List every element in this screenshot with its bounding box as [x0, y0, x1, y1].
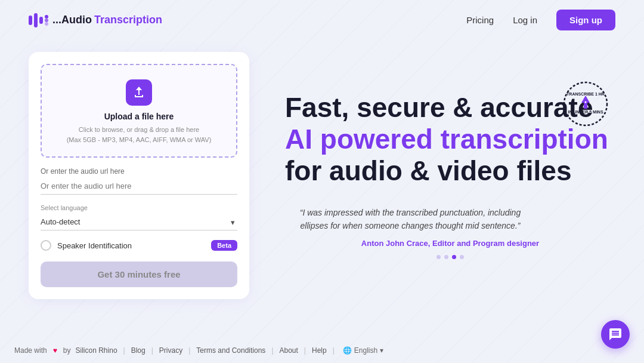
upload-card: Upload a file here Click to browse, or d…: [29, 52, 249, 299]
svg-point-4: [45, 19, 48, 22]
upload-dropzone[interactable]: Upload a file here Click to browse, or d…: [41, 64, 237, 158]
about-link[interactable]: About: [280, 346, 298, 355]
language-select-wrap: Auto-detect English Spanish French Germa…: [41, 214, 237, 230]
language-select[interactable]: Auto-detect English Spanish French Germa…: [41, 214, 237, 230]
svg-point-3: [45, 15, 48, 19]
svg-text:IN UNDER 5 MINS: IN UNDER 5 MINS: [568, 110, 603, 114]
svg-rect-1: [34, 13, 38, 27]
heart-icon: ♥: [53, 346, 57, 355]
logo[interactable]: ...AudioTranscription: [29, 12, 162, 29]
select-label: Select language: [41, 204, 237, 211]
pricing-link[interactable]: Pricing: [466, 15, 494, 25]
svg-text:TRANSCRIBE 1 HR: TRANSCRIBE 1 HR: [566, 92, 605, 96]
chat-icon: [608, 327, 623, 342]
url-input[interactable]: [41, 178, 237, 195]
upload-icon-wrap: [126, 79, 152, 106]
nav: Pricing Log in Sign up: [466, 10, 615, 30]
upload-title: Upload a file here: [54, 112, 224, 121]
testimonial-author: Anton John Crace, Editor and Program des…: [285, 239, 615, 248]
testimonial: “I was impressed with the transcribed pu…: [285, 206, 615, 259]
dot-2[interactable]: [444, 255, 448, 259]
privacy-link[interactable]: Privacy: [159, 346, 182, 355]
company-link[interactable]: Silicon Rhino: [76, 346, 117, 355]
hero-section: TRANSCRIBE 1 HR IN UNDER 5 MINS Fast, se…: [285, 92, 615, 259]
by-text: by: [63, 346, 71, 355]
footer: Made with ♥ by Silicon Rhino | Blog | Pr…: [0, 338, 644, 363]
svg-point-8: [585, 101, 587, 103]
signup-button[interactable]: Sign up: [556, 10, 615, 30]
language-label: English: [354, 346, 377, 355]
badge-circle: TRANSCRIBE 1 HR IN UNDER 5 MINS: [562, 80, 609, 128]
lang-chevron-icon: ▾: [380, 346, 383, 355]
testimonial-dots: [285, 255, 615, 259]
url-label: Or enter the audio url here: [41, 167, 237, 176]
globe-icon: 🌐: [343, 346, 352, 355]
chat-button[interactable]: [601, 320, 630, 349]
header: ...AudioTranscription Pricing Log in Sig…: [0, 0, 644, 40]
speaker-label: Speaker Identification: [57, 241, 205, 250]
language-selector[interactable]: 🌐 English ▾: [343, 346, 383, 355]
blog-link[interactable]: Blog: [131, 346, 145, 355]
speaker-row: Speaker Identification Beta: [41, 240, 237, 251]
svg-rect-0: [29, 16, 32, 25]
dot-4[interactable]: [460, 255, 464, 259]
logo-text-transcription: Transcription: [94, 14, 162, 26]
login-link[interactable]: Log in: [513, 15, 537, 25]
logo-text-audio: ...Audio: [52, 14, 92, 26]
hero-line3: for audio & video files: [285, 155, 615, 187]
upload-icon: [132, 85, 146, 100]
help-link[interactable]: Help: [312, 346, 327, 355]
terms-link[interactable]: Terms and Conditions: [196, 346, 265, 355]
cta-button[interactable]: Get 30 minutes free: [41, 262, 237, 287]
speaker-radio[interactable]: [41, 240, 51, 251]
svg-rect-2: [39, 17, 43, 24]
dot-1[interactable]: [436, 255, 441, 259]
testimonial-quote: “I was impressed with the transcribed pu…: [285, 206, 535, 233]
logo-icon: [29, 12, 50, 29]
upload-subtitle: Click to browse, or drag & drop a file h…: [54, 125, 224, 144]
main-content: Upload a file here Click to browse, or d…: [0, 40, 644, 299]
beta-badge: Beta: [211, 240, 237, 251]
svg-point-5: [45, 22, 48, 26]
made-with-text: Made with: [14, 346, 47, 355]
hero-line2: AI powered transcription: [285, 124, 615, 155]
dot-3[interactable]: [452, 255, 456, 259]
